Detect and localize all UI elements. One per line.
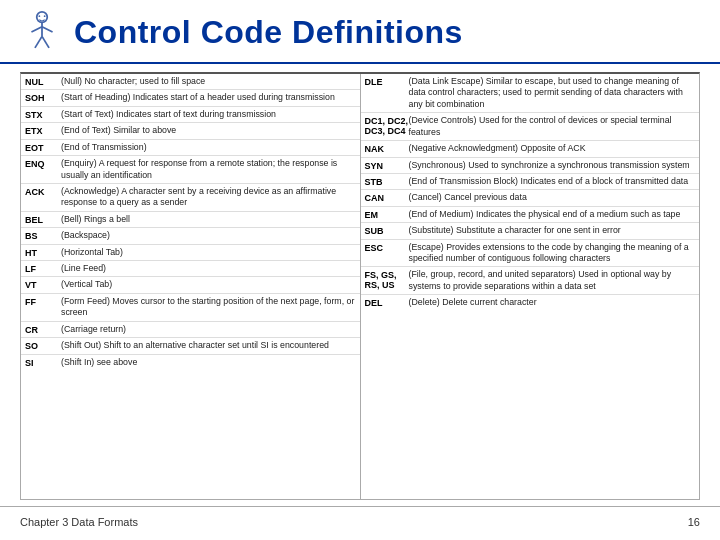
code-label: DEL: [365, 297, 409, 308]
code-label: HT: [25, 247, 61, 258]
table-row: EOT (End of Transmission): [21, 140, 360, 156]
slide-container: Control Code Definitions NUL (Null) No c…: [0, 0, 720, 536]
table-row: LF (Line Feed): [21, 261, 360, 277]
definitions-table: NUL (Null) No character; used to fill sp…: [20, 72, 700, 500]
table-row: SOH (Start of Heading) Indicates start o…: [21, 90, 360, 106]
content-area: NUL (Null) No character; used to fill sp…: [0, 64, 720, 506]
desc-text: (End of Transmission Block) Indicates en…: [409, 176, 689, 187]
code-label: BEL: [25, 214, 61, 225]
table-row: ENQ (Enquiry) A request for response fro…: [21, 156, 360, 184]
page-number: 16: [688, 516, 700, 528]
table-row: NUL (Null) No character; used to fill sp…: [21, 74, 360, 90]
code-label: NAK: [365, 143, 409, 154]
table-row: DLE (Data Link Escape) Similar to escape…: [361, 74, 700, 113]
table-row: VT (Vertical Tab): [21, 277, 360, 293]
table-row: BEL (Bell) Rings a bell: [21, 212, 360, 228]
desc-text: (File, group, record, and united separat…: [409, 269, 696, 292]
code-label: EOT: [25, 142, 61, 153]
code-label: SI: [25, 357, 61, 368]
table-row: SYN (Synchronous) Used to synchronize a …: [361, 158, 700, 174]
desc-text: (Start of Heading) Indicates start of a …: [61, 92, 335, 103]
table-row: SUB (Substitute) Substitute a character …: [361, 223, 700, 239]
table-row: SI (Shift In) see above: [21, 355, 360, 370]
table-row: ACK (Acknowledge) A character sent by a …: [21, 184, 360, 212]
code-label: NUL: [25, 76, 61, 87]
desc-text: (Delete) Delete current character: [409, 297, 537, 308]
header: Control Code Definitions: [0, 0, 720, 64]
table-row: DC1, DC2,DC3, DC4 (Device Controls) Used…: [361, 113, 700, 141]
code-label: ACK: [25, 186, 61, 197]
code-label: FS, GS,RS, US: [365, 269, 409, 290]
desc-text: (Data Link Escape) Similar to escape, bu…: [409, 76, 696, 110]
desc-text: (End of Text) Similar to above: [61, 125, 176, 136]
code-label: DC1, DC2,DC3, DC4: [365, 115, 409, 136]
table-row: STX (Start of Text) Indicates start of t…: [21, 107, 360, 123]
code-label: SUB: [365, 225, 409, 236]
desc-text: (End of Medium) Indicates the physical e…: [409, 209, 681, 220]
desc-text: (Backspace): [61, 230, 110, 241]
desc-text: (Cancel) Cancel previous data: [409, 192, 527, 203]
desc-text: (Substitute) Substitute a character for …: [409, 225, 621, 236]
table-row: CAN (Cancel) Cancel previous data: [361, 190, 700, 206]
svg-line-5: [42, 27, 53, 32]
chapter-label: Chapter 3 Data Formats: [20, 516, 138, 528]
code-label: DLE: [365, 76, 409, 87]
desc-text: (Start of Text) Indicates start of text …: [61, 109, 276, 120]
right-column: DLE (Data Link Escape) Similar to escape…: [361, 74, 700, 499]
svg-line-6: [35, 36, 42, 47]
table-row: FF (Form Feed) Moves cursor to the start…: [21, 294, 360, 322]
svg-point-2: [44, 15, 46, 17]
code-label: SYN: [365, 160, 409, 171]
desc-text: (Negative Acknowledgment) Opposite of AC…: [409, 143, 586, 154]
desc-text: (Vertical Tab): [61, 279, 112, 290]
desc-text: (Shift In) see above: [61, 357, 137, 368]
code-label: FF: [25, 296, 61, 307]
desc-text: (Bell) Rings a bell: [61, 214, 130, 225]
svg-line-7: [42, 36, 49, 47]
table-row: ETX (End of Text) Similar to above: [21, 123, 360, 139]
table-row: NAK (Negative Acknowledgment) Opposite o…: [361, 141, 700, 157]
code-label: EM: [365, 209, 409, 220]
desc-text: (Carriage return): [61, 324, 126, 335]
code-label: LF: [25, 263, 61, 274]
code-label: ESC: [365, 242, 409, 253]
code-label: CAN: [365, 192, 409, 203]
code-label: VT: [25, 279, 61, 290]
code-label: SOH: [25, 92, 61, 103]
desc-text: (Horizontal Tab): [61, 247, 123, 258]
code-label: STB: [365, 176, 409, 187]
table-row: EM (End of Medium) Indicates the physica…: [361, 207, 700, 223]
desc-text: (Null) No character; used to fill space: [61, 76, 205, 87]
desc-text: (Enquiry) A request for response from a …: [61, 158, 356, 181]
page-title: Control Code Definitions: [74, 14, 463, 51]
table-row: ESC (Escape) Provides extensions to the …: [361, 240, 700, 268]
desc-text: (Shift Out) Shift to an alternative char…: [61, 340, 329, 351]
svg-point-1: [38, 15, 40, 17]
code-label: BS: [25, 230, 61, 241]
table-row: STB (End of Transmission Block) Indicate…: [361, 174, 700, 190]
table-row: SO (Shift Out) Shift to an alternative c…: [21, 338, 360, 354]
table-row: BS (Backspace): [21, 228, 360, 244]
desc-text: (Form Feed) Moves cursor to the starting…: [61, 296, 356, 319]
svg-line-4: [31, 27, 42, 32]
desc-text: (Synchronous) Used to synchronize a sync…: [409, 160, 690, 171]
desc-text: (Device Controls) Used for the control o…: [409, 115, 696, 138]
code-label: ETX: [25, 125, 61, 136]
desc-text: (Acknowledge) A character sent by a rece…: [61, 186, 356, 209]
desc-text: (End of Transmission): [61, 142, 147, 153]
left-column: NUL (Null) No character; used to fill sp…: [21, 74, 361, 499]
table-row: CR (Carriage return): [21, 322, 360, 338]
table-row: DEL (Delete) Delete current character: [361, 295, 700, 310]
desc-text: (Escape) Provides extensions to the code…: [409, 242, 696, 265]
stick-figure-icon: [20, 10, 64, 54]
desc-text: (Line Feed): [61, 263, 106, 274]
code-label: SO: [25, 340, 61, 351]
footer: Chapter 3 Data Formats 16: [0, 506, 720, 536]
code-label: ENQ: [25, 158, 61, 169]
table-row: FS, GS,RS, US (File, group, record, and …: [361, 267, 700, 295]
code-label: STX: [25, 109, 61, 120]
table-row: HT (Horizontal Tab): [21, 245, 360, 261]
code-label: CR: [25, 324, 61, 335]
